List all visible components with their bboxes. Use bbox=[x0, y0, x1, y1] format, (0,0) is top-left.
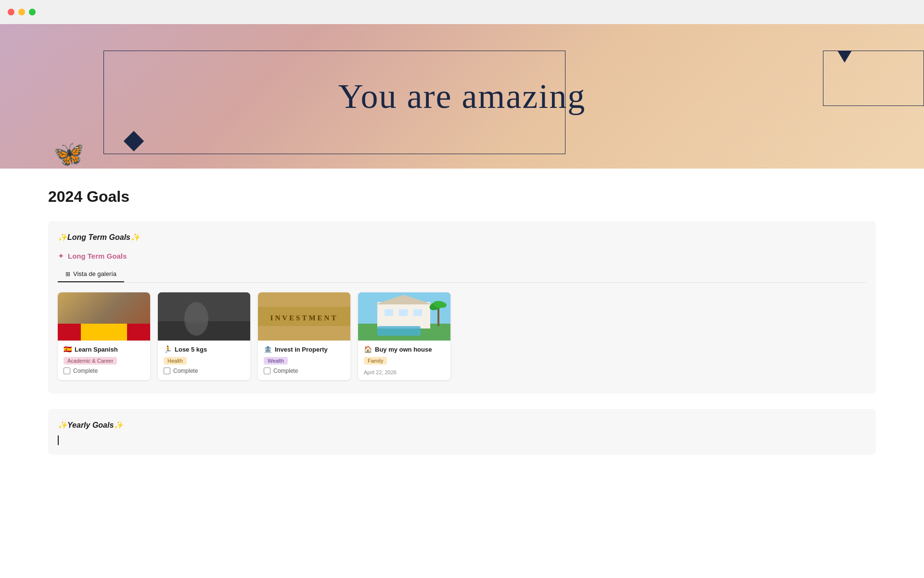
svg-rect-17 bbox=[377, 326, 421, 336]
svg-text:INVESTMENT: INVESTMENT bbox=[270, 314, 338, 322]
card-spain-body: 🇪🇸 Learn Spanish Academic & Career Compl… bbox=[58, 341, 150, 379]
house-icon: 🏠 bbox=[364, 345, 372, 353]
card-spain-tag[interactable]: Academic & Career bbox=[64, 357, 117, 365]
svg-rect-14 bbox=[437, 307, 439, 326]
investment-icon: 🏦 bbox=[264, 345, 272, 353]
card-spain-image bbox=[58, 292, 150, 341]
hero-title: You are amazing bbox=[338, 77, 586, 117]
maximize-button[interactable] bbox=[29, 9, 36, 15]
minimize-button[interactable] bbox=[18, 9, 25, 15]
card-gym-title-row: 🏃 Lose 5 kgs bbox=[164, 345, 244, 353]
page-title: 2024 Goals bbox=[48, 188, 876, 206]
card-gym-title: Lose 5 kgs bbox=[175, 346, 207, 353]
card-house-image bbox=[358, 292, 450, 341]
svg-rect-12 bbox=[399, 309, 408, 316]
card-investment-title-row: 🏦 Invest in Property bbox=[264, 345, 345, 353]
spain-flag bbox=[58, 324, 150, 341]
card-investment[interactable]: INVESTMENT 🏦 Invest in Property Wealth bbox=[258, 292, 350, 380]
butterfly-icon: 🦋 bbox=[53, 139, 84, 169]
sparkle-icon: ✦ bbox=[58, 251, 64, 261]
card-house-date: April 22, 2026 bbox=[364, 369, 445, 375]
card-house-tag[interactable]: Family bbox=[364, 357, 387, 365]
card-gym-body: 🏃 Lose 5 kgs Health Complete bbox=[158, 341, 250, 379]
titlebar bbox=[0, 0, 924, 24]
card-gym-tag[interactable]: Health bbox=[164, 357, 187, 365]
close-button[interactable] bbox=[8, 9, 14, 15]
grid-icon: ⊞ bbox=[65, 271, 70, 277]
card-house-title-row: 🏠 Buy my own house bbox=[364, 345, 445, 353]
card-spain-title: Learn Spanish bbox=[75, 346, 118, 353]
card-spain-checkbox-row: Complete bbox=[64, 368, 144, 374]
hero-triangle bbox=[837, 51, 852, 63]
long-term-section-header: ✨Long Term Goals✨ bbox=[58, 229, 866, 246]
card-spain-checkbox-label: Complete bbox=[73, 368, 98, 374]
gallery-view-label: Vista de galería bbox=[73, 270, 116, 277]
card-investment-checkbox[interactable] bbox=[264, 368, 270, 374]
card-investment-title: Invest in Property bbox=[275, 346, 328, 353]
card-gym-image bbox=[158, 292, 250, 341]
card-investment-tag[interactable]: Wealth bbox=[264, 357, 288, 365]
card-gym-checkbox[interactable] bbox=[164, 368, 170, 374]
card-investment-image: INVESTMENT bbox=[258, 292, 350, 341]
text-cursor bbox=[58, 435, 59, 445]
card-house[interactable]: 🏠 Buy my own house Family April 22, 2026 bbox=[358, 292, 450, 380]
card-investment-checkbox-row: Complete bbox=[264, 368, 345, 374]
spain-flag-icon: 🇪🇸 bbox=[64, 345, 72, 353]
db-title: Long Term Goals bbox=[68, 252, 127, 260]
card-spain-title-row: 🇪🇸 Learn Spanish bbox=[64, 345, 144, 353]
gym-icon: 🏃 bbox=[164, 345, 172, 353]
yearly-goals-section: ✨Yearly Goals✨ bbox=[48, 409, 876, 455]
hero-banner: You are amazing 🦋 bbox=[0, 24, 924, 169]
card-house-title: Buy my own house bbox=[375, 346, 432, 353]
cards-grid: 🇪🇸 Learn Spanish Academic & Career Compl… bbox=[58, 292, 866, 380]
svg-rect-3 bbox=[187, 321, 206, 324]
gallery-view-tab[interactable]: ⊞ Vista de galería bbox=[58, 266, 124, 282]
view-tabs: ⊞ Vista de galería bbox=[58, 266, 866, 283]
card-gym-checkbox-label: Complete bbox=[173, 368, 198, 374]
yearly-section-header: ✨Yearly Goals✨ bbox=[58, 417, 866, 434]
svg-point-2 bbox=[184, 302, 208, 336]
card-spain-checkbox[interactable] bbox=[64, 368, 70, 374]
svg-rect-13 bbox=[413, 309, 422, 316]
main-content: 2024 Goals ✨Long Term Goals✨ ✦ Long Term… bbox=[0, 169, 924, 578]
card-house-body: 🏠 Buy my own house Family April 22, 2026 bbox=[358, 341, 450, 380]
card-spain[interactable]: 🇪🇸 Learn Spanish Academic & Career Compl… bbox=[58, 292, 150, 380]
card-investment-checkbox-label: Complete bbox=[273, 368, 298, 374]
svg-rect-11 bbox=[385, 309, 393, 316]
long-term-section: ✨Long Term Goals✨ ✦ Long Term Goals ⊞ Vi… bbox=[48, 221, 876, 394]
card-gym-checkbox-row: Complete bbox=[164, 368, 244, 374]
card-investment-body: 🏦 Invest in Property Wealth Complete bbox=[258, 341, 350, 379]
long-term-db-block: ✦ Long Term Goals ⊞ Vista de galería bbox=[58, 246, 866, 386]
db-title-row: ✦ Long Term Goals bbox=[58, 251, 866, 261]
card-gym[interactable]: 🏃 Lose 5 kgs Health Complete bbox=[158, 292, 250, 380]
